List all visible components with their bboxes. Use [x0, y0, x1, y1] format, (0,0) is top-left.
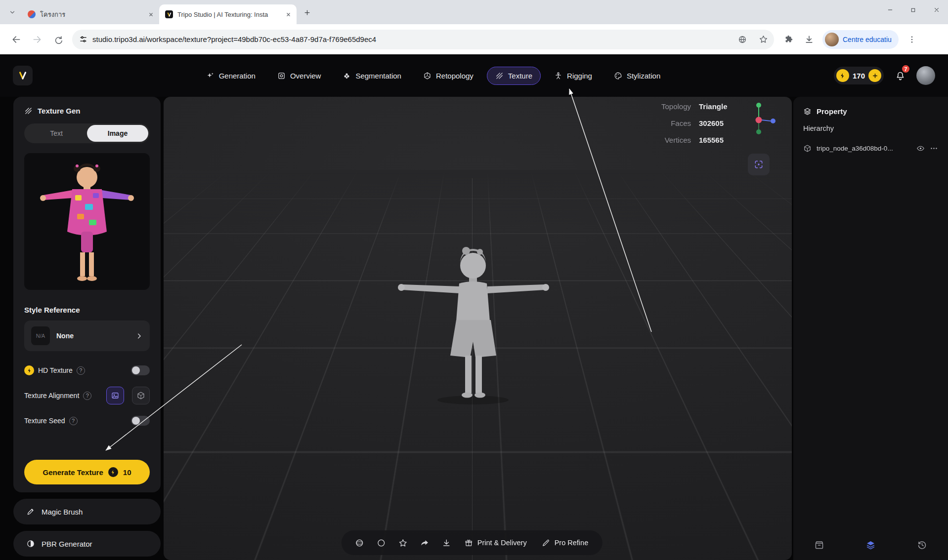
export-download-button[interactable]	[436, 533, 456, 553]
downloads-icon[interactable]	[800, 30, 819, 49]
nav-label: Segmentation	[355, 72, 401, 80]
site-info-icon[interactable]	[79, 35, 87, 43]
viewport-toolbar: Print & Delivery Pro Refine	[342, 530, 603, 555]
nav-overview[interactable]: Overview	[269, 67, 330, 85]
chevron-down-icon	[9, 9, 16, 16]
coin-icon	[24, 365, 34, 375]
tripo-logo[interactable]	[13, 66, 33, 85]
hierarchy-node-row[interactable]: tripo_node_a36d08bd-0...	[803, 144, 938, 153]
texture-seed-row: Texture Seed ?	[24, 412, 150, 429]
frame-model-button[interactable]	[748, 154, 770, 175]
nav-segmentation[interactable]: Segmentation	[334, 67, 410, 85]
forward-button[interactable]	[28, 30, 46, 49]
align-to-geometry-button[interactable]	[132, 387, 150, 404]
help-icon[interactable]: ?	[77, 366, 85, 375]
nav-stylization[interactable]: Stylization	[605, 67, 669, 85]
maximize-button[interactable]	[902, 0, 925, 20]
node-more-icon[interactable]	[930, 144, 938, 153]
orientation-gizmo[interactable]	[739, 100, 778, 139]
help-icon[interactable]: ?	[83, 392, 91, 400]
texture-seed-toggle[interactable]	[131, 416, 150, 426]
magic-brush-button[interactable]: Magic Brush	[13, 499, 161, 524]
user-avatar[interactable]	[916, 66, 935, 85]
nav-retopology[interactable]: Retopology	[415, 67, 482, 85]
tripo-studio-app: Generation Overview Segmentation Retopol…	[0, 54, 948, 560]
reference-image-thumbnail[interactable]	[24, 153, 150, 290]
layers-tab-button[interactable]	[860, 534, 881, 556]
wireframe-toggle-button[interactable]	[371, 533, 391, 553]
minimize-button[interactable]	[878, 0, 902, 20]
generate-texture-button[interactable]: Generate Texture 10	[24, 460, 150, 484]
share-button[interactable]	[415, 533, 434, 553]
nav-rigging[interactable]: Rigging	[546, 67, 601, 85]
property-bottom-bar	[793, 529, 948, 560]
help-icon[interactable]: ?	[69, 417, 78, 425]
notification-badge: 7	[901, 64, 910, 74]
tab-close-icon[interactable]	[146, 10, 155, 19]
browser-tab-projects[interactable]: โครงการ	[22, 4, 159, 24]
hd-texture-toggle[interactable]	[131, 365, 150, 375]
notifications-button[interactable]: 7	[892, 67, 908, 84]
credits-pill[interactable]: 170	[834, 67, 884, 84]
app-header: Generation Overview Segmentation Retopol…	[0, 54, 948, 97]
bookmark-star-icon[interactable]	[755, 32, 771, 47]
browser-profile-chip[interactable]: Centre educatiu	[822, 30, 899, 49]
stat-vertices: Vertices 165565	[646, 131, 733, 148]
image-icon	[111, 391, 120, 400]
screen: โครงการ Tripo Studio | AI Texturing: Ins…	[0, 0, 948, 560]
tab-favicon	[28, 10, 36, 18]
focus-frame-icon	[754, 160, 764, 169]
reload-button[interactable]	[48, 30, 67, 49]
texture-hatch-icon	[24, 107, 33, 115]
texture-alignment-label: Texture Alignment	[24, 392, 79, 400]
favorite-button[interactable]	[393, 533, 413, 553]
main-nav: Generation Overview Segmentation Retopol…	[198, 67, 669, 85]
assets-archive-button[interactable]	[808, 534, 830, 556]
axis-y-negative[interactable]	[756, 129, 761, 134]
tab-text-mode[interactable]: Text	[26, 125, 87, 142]
reference-girl-image	[38, 159, 136, 284]
translate-icon[interactable]	[734, 32, 750, 47]
sparkle-icon	[206, 72, 215, 80]
browser-tab-tripo[interactable]: Tripo Studio | AI Texturing: Insta	[159, 4, 297, 24]
pro-refine-button[interactable]: Pro Refine	[535, 533, 595, 553]
texture-hatch-icon	[495, 72, 504, 80]
texture-alignment-row: Texture Alignment ?	[24, 387, 150, 404]
tab-close-icon[interactable]	[284, 10, 293, 19]
axis-x-center[interactable]	[756, 117, 762, 123]
render-sphere-button[interactable]	[349, 533, 369, 553]
browser-menu-icon[interactable]	[903, 30, 921, 49]
print-delivery-button[interactable]: Print & Delivery	[458, 533, 533, 553]
url-text: studio.tripo3d.ai/workspace/texture?proj…	[92, 35, 730, 43]
nav-texture[interactable]: Texture	[487, 67, 541, 85]
cube-icon	[136, 391, 145, 400]
close-window-button[interactable]	[925, 0, 948, 20]
tripo-favicon	[165, 10, 173, 18]
add-credits-button[interactable]	[868, 69, 881, 82]
texture-gen-panel: Texture Gen Text Image	[13, 97, 161, 492]
generate-label: Generate Texture	[43, 468, 103, 477]
axis-z-positive[interactable]	[771, 119, 776, 123]
tab-search-button[interactable]	[5, 5, 20, 20]
axis-y-positive[interactable]	[756, 103, 761, 108]
viewport-3d[interactable]: Topology Triangle Faces 302605 Vertices …	[164, 97, 792, 560]
tab-image-mode[interactable]: Image	[87, 125, 148, 142]
align-to-image-button[interactable]	[106, 387, 124, 404]
history-button[interactable]	[911, 534, 933, 556]
pbr-generator-button[interactable]: PBR Generator	[13, 531, 161, 557]
credits-amount: 170	[853, 72, 865, 80]
nav-generation[interactable]: Generation	[198, 67, 264, 85]
address-bar[interactable]: studio.tripo3d.ai/workspace/texture?proj…	[72, 30, 774, 49]
history-clock-icon	[917, 540, 927, 550]
back-button[interactable]	[7, 30, 26, 49]
style-reference-heading: Style Reference	[24, 306, 150, 315]
node-name: tripo_node_a36d08bd-0...	[817, 145, 911, 152]
property-panel: Property Hierarchy tripo_node_a36d08bd-0…	[793, 97, 948, 560]
chevron-right-icon	[135, 332, 143, 340]
extensions-icon[interactable]	[779, 30, 798, 49]
new-tab-button[interactable]	[300, 5, 314, 20]
pbr-generator-label: PBR Generator	[42, 540, 92, 548]
style-reference-selector[interactable]: N/A None	[24, 320, 150, 351]
generate-cost: 10	[123, 468, 131, 477]
visibility-eye-icon[interactable]	[916, 144, 925, 153]
